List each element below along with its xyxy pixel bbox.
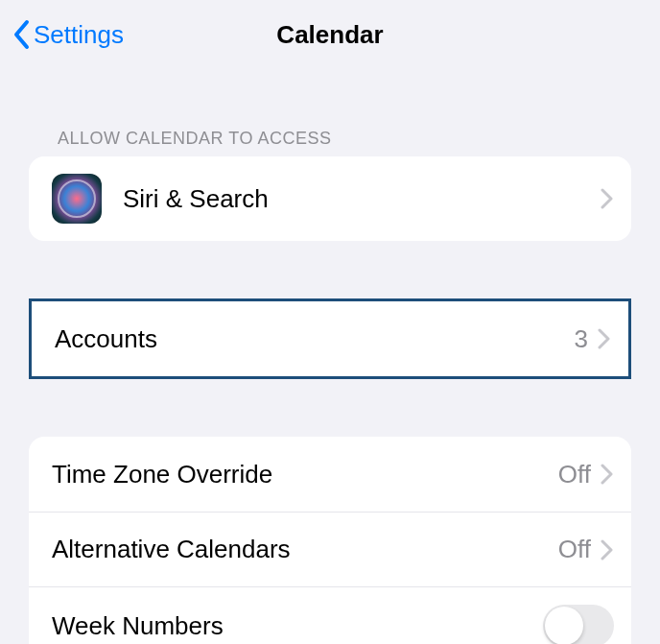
page-title: Calendar: [276, 20, 383, 50]
chevron-right-icon: [601, 188, 614, 209]
week-numbers-toggle[interactable]: [543, 605, 614, 644]
siri-search-row[interactable]: Siri & Search: [29, 156, 631, 241]
accounts-group: Accounts 3: [29, 298, 631, 379]
alternative-calendars-row[interactable]: Alternative Calendars Off: [29, 512, 631, 586]
siri-icon: [52, 174, 102, 224]
alt-cal-value: Off: [558, 535, 591, 564]
section-header-access: Allow Calendar to Access: [0, 129, 660, 156]
accounts-row[interactable]: Accounts 3: [32, 301, 628, 376]
siri-label: Siri & Search: [123, 184, 601, 214]
back-button[interactable]: Settings: [12, 19, 124, 50]
nav-bar: Settings Calendar: [0, 0, 660, 69]
week-numbers-row[interactable]: Week Numbers: [29, 586, 631, 644]
time-zone-label: Time Zone Override: [52, 460, 558, 489]
alt-cal-label: Alternative Calendars: [52, 535, 558, 564]
accounts-value: 3: [575, 324, 588, 354]
chevron-right-icon: [598, 328, 611, 349]
time-zone-override-row[interactable]: Time Zone Override Off: [29, 437, 631, 512]
settings-group: Time Zone Override Off Alternative Calen…: [29, 437, 631, 644]
chevron-right-icon: [601, 464, 614, 485]
chevron-right-icon: [601, 539, 614, 561]
accounts-label: Accounts: [55, 324, 575, 354]
chevron-left-icon: [12, 19, 32, 50]
week-numbers-label: Week Numbers: [52, 611, 543, 641]
time-zone-value: Off: [558, 460, 591, 489]
back-label: Settings: [34, 20, 124, 50]
access-group: Siri & Search: [29, 156, 631, 241]
